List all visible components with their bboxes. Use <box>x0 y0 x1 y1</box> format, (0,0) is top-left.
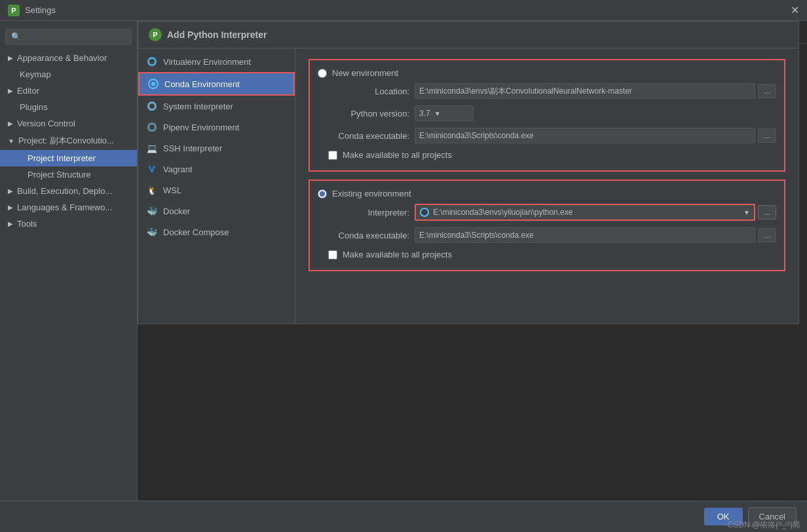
bottom-bar: OK Cancel <box>0 501 807 532</box>
sidebar-search-box[interactable]: 🔍 <box>5 29 132 45</box>
svg-point-1 <box>149 59 155 64</box>
conda-icon <box>147 78 159 90</box>
conda-exec-new-browse-btn[interactable]: ... <box>758 128 776 143</box>
make-available-new-label: Make available to all projects <box>343 150 452 160</box>
title-bar: P Settings ✕ <box>0 0 807 21</box>
location-input[interactable] <box>415 83 755 99</box>
conda-exec-existing-wrap: ... <box>415 227 776 243</box>
existing-environment-radio[interactable] <box>318 189 327 199</box>
title-bar-title: Settings <box>25 5 56 15</box>
sidebar-item-keymap[interactable]: Keymap <box>0 66 137 83</box>
panel-nav-pipenv[interactable]: Pipenv Environment <box>138 117 295 138</box>
svg-point-5 <box>149 104 155 109</box>
interpreter-field-inner: E:\miniconda3\envs\yiluojian\python.exe <box>416 205 743 219</box>
panel-nav-vagrant[interactable]: V Vagrant <box>138 159 295 180</box>
conda-exec-existing-browse-btn[interactable]: ... <box>758 228 776 242</box>
wsl-icon: 🐧 <box>146 184 158 196</box>
sidebar-item-project[interactable]: ▼ Project: 副本Convolutio... <box>0 132 137 150</box>
make-available-existing-label: Make available to all projects <box>343 250 452 259</box>
sidebar: 🔍 ▶ Appearance & Behavior Keymap ▶ Edito… <box>0 21 138 501</box>
virtualenv-icon <box>146 56 158 67</box>
interpreter-input-wrap: E:\miniconda3\envs\yiluojian\python.exe … <box>415 204 776 221</box>
new-environment-radio[interactable] <box>318 69 327 78</box>
panel-form: New environment Location: ... Python ver… <box>295 48 798 324</box>
interpreter-label: Interpreter: <box>318 208 409 218</box>
new-environment-section: New environment Location: ... Python ver… <box>309 59 785 172</box>
close-button[interactable]: ✕ <box>791 5 799 16</box>
docker-icon: 🐳 <box>146 205 158 217</box>
arrow-icon: ▶ <box>8 204 13 211</box>
app-icon: P <box>8 5 20 16</box>
sidebar-item-languages[interactable]: ▶ Languages & Framewo... <box>0 199 137 216</box>
vagrant-icon: V <box>146 163 158 175</box>
search-icon: 🔍 <box>11 32 21 41</box>
title-bar-left: P Settings <box>8 5 56 16</box>
python-version-label: Python version: <box>318 109 409 119</box>
conda-exec-new-label: Conda executable: <box>318 131 409 141</box>
conda-exec-new-row: Conda executable: ... <box>318 128 776 143</box>
arrow-icon: ▶ <box>8 54 13 62</box>
arrow-icon: ▼ <box>8 138 14 145</box>
interpreter-panel-header: P Add Python Interpreter <box>138 22 798 48</box>
conda-exec-new-input[interactable] <box>415 128 755 143</box>
panel-nav-conda[interactable]: Conda Environment <box>138 72 295 96</box>
sidebar-item-appearance[interactable]: ▶ Appearance & Behavior <box>0 50 137 66</box>
ssh-icon: 💻 <box>146 142 158 154</box>
dropdown-chevron-icon: ▼ <box>743 209 754 216</box>
sidebar-item-plugins[interactable]: Plugins <box>0 99 137 115</box>
make-available-new-row: Make available to all projects <box>328 150 776 160</box>
panel-body: Virtualenv Environment Conda Environment… <box>138 48 798 324</box>
interpreter-field[interactable]: E:\miniconda3\envs\yiluojian\python.exe … <box>415 204 755 221</box>
sidebar-item-project-interpreter[interactable]: Project Interpreter <box>0 150 137 166</box>
sidebar-item-project-structure[interactable]: Project Structure <box>0 166 137 183</box>
panel-nav-docker-compose[interactable]: 🐳 Docker Compose <box>138 221 295 242</box>
make-available-new-checkbox[interactable] <box>328 151 337 160</box>
interpreter-panel-title: Add Python Interpreter <box>167 29 267 40</box>
pipenv-icon <box>146 121 158 133</box>
conda-exec-new-wrap: ... <box>415 128 776 143</box>
make-available-existing-checkbox[interactable] <box>328 250 337 259</box>
panel-nav-wsl[interactable]: 🐧 WSL <box>138 180 295 200</box>
panel-icon: P <box>149 28 162 41</box>
location-browse-btn[interactable]: ... <box>758 84 776 98</box>
conda-indicator-icon <box>420 208 429 217</box>
python-version-row: Python version: 3.7 ▼ <box>318 105 776 121</box>
existing-environment-label: Existing environment <box>332 189 411 199</box>
sidebar-search-input[interactable] <box>24 32 126 41</box>
interpreter-browse-btn[interactable]: ... <box>758 205 776 219</box>
panel-nav-ssh[interactable]: 💻 SSH Interpreter <box>138 138 295 159</box>
panel-nav-virtualenv[interactable]: Virtualenv Environment <box>138 51 295 72</box>
existing-environment-section: Existing environment Interpreter: E:\min… <box>309 180 785 271</box>
interpreter-row: Interpreter: E:\miniconda3\envs\yiluojia… <box>318 204 776 221</box>
arrow-icon: ▶ <box>8 220 13 227</box>
arrow-icon: ▶ <box>8 87 13 94</box>
location-label: Location: <box>318 86 409 96</box>
dropdown-arrow-icon: ▼ <box>434 110 441 117</box>
new-environment-label: New environment <box>332 68 398 78</box>
sidebar-item-editor[interactable]: ▶ Editor <box>0 83 137 99</box>
make-available-existing-row: Make available to all projects <box>328 250 776 259</box>
conda-exec-existing-input[interactable] <box>415 227 755 243</box>
new-env-radio-row: New environment <box>318 68 776 78</box>
panel-nav: Virtualenv Environment Conda Environment… <box>138 48 295 324</box>
arrow-icon: ▶ <box>8 187 13 195</box>
location-row: Location: ... <box>318 83 776 99</box>
sidebar-item-version-control[interactable]: ▶ Version Control <box>0 115 137 132</box>
existing-env-radio-row: Existing environment <box>318 189 776 199</box>
arrow-icon: ▶ <box>8 120 13 127</box>
panel-nav-system[interactable]: System Interpreter <box>138 96 295 117</box>
conda-exec-existing-label: Conda executable: <box>318 231 409 240</box>
docker-compose-icon: 🐳 <box>146 226 158 238</box>
svg-point-3 <box>151 82 155 86</box>
location-input-wrap: ... <box>415 83 776 99</box>
sidebar-item-build-exec[interactable]: ▶ Build, Execution, Deplo... <box>0 183 137 199</box>
panel-nav-docker[interactable]: 🐳 Docker <box>138 200 295 221</box>
svg-point-7 <box>149 124 155 130</box>
interpreter-panel: P Add Python Interpreter Virtualenv Envi… <box>138 21 799 324</box>
conda-exec-existing-row: Conda executable: ... <box>318 227 776 243</box>
python-version-dropdown[interactable]: 3.7 ▼ <box>415 105 474 121</box>
system-icon <box>146 100 158 112</box>
sidebar-item-tools[interactable]: ▶ Tools <box>0 216 137 232</box>
watermark: CSDN @依洛(^_^)简 <box>728 520 800 531</box>
